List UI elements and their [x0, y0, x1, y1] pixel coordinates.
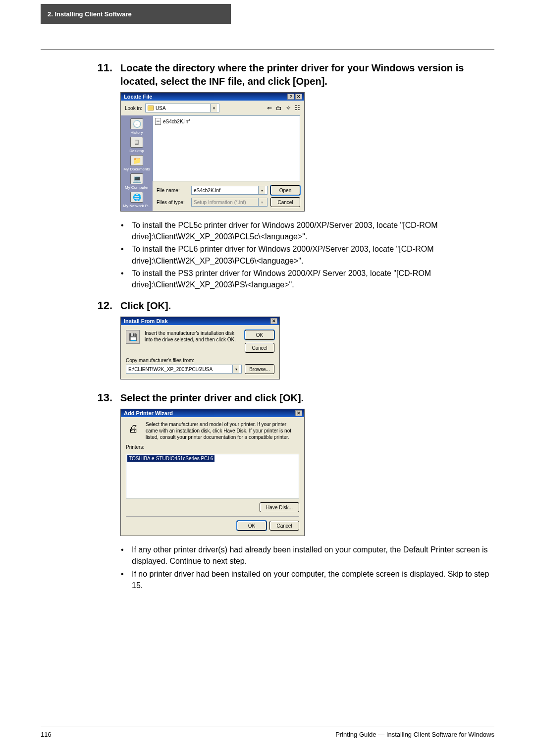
step-11: 11. Locate the directory where the print… [41, 61, 494, 216]
have-disk-button[interactable]: Have Disk... [260, 502, 299, 512]
back-icon[interactable]: ⇐ [267, 105, 272, 111]
bottom-rule [41, 726, 494, 726]
file-item[interactable]: eS4cb2K.inf [155, 118, 298, 125]
ok-button[interactable]: OK [237, 521, 267, 531]
chevron-down-icon[interactable]: ▾ [258, 198, 265, 206]
place-history-label: History [131, 130, 143, 135]
footer-text: Printing Guide — Installing Client Softw… [335, 731, 494, 738]
folder-icon [148, 106, 154, 110]
filename-label: File name: [157, 188, 188, 193]
desktop-icon: 🖥 [130, 137, 143, 148]
network-icon: 🌐 [130, 192, 143, 203]
place-history[interactable]: 🕘History [121, 118, 153, 135]
cancel-button[interactable]: Cancel [269, 521, 299, 531]
place-mynet-label: My Network P... [123, 204, 150, 208]
filename-value: eS4cb2K.inf [194, 188, 220, 193]
cancel-button[interactable]: Cancel [270, 197, 300, 207]
bullet-dot: • [121, 568, 124, 591]
places-bar: 🕘History 🖥Desktop 📁My Documents 💻My Comp… [121, 115, 153, 211]
copyfrom-label: Copy manufacturer's files from: [126, 358, 274, 363]
place-mydocs[interactable]: 📁My Documents [121, 155, 153, 171]
wizard-text: Select the manufacturer and model of you… [146, 421, 299, 440]
place-mycomp-label: My Computer [125, 185, 149, 190]
printer-selected-item[interactable]: TOSHIBA e-STUDIO451cSeries PCL6 [127, 455, 214, 462]
open-button[interactable]: Open [270, 185, 300, 195]
bullet-dot: • [121, 268, 124, 290]
step-12-title: Click [OK]. [120, 299, 494, 313]
chevron-down-icon[interactable]: ▾ [258, 186, 265, 194]
close-icon[interactable]: ✕ [295, 410, 302, 416]
filetype-input[interactable]: Setup Information (*.inf) ▾ [191, 198, 268, 207]
printer-icon: 🖨 [126, 421, 141, 436]
place-mydocs-label: My Documents [123, 167, 150, 171]
filetype-value: Setup Information (*.inf) [194, 200, 246, 205]
close-icon[interactable]: ✕ [295, 94, 302, 100]
place-mynet[interactable]: 🌐My Network P... [121, 192, 153, 208]
bullet-text: If no printer driver had been installed … [132, 568, 494, 591]
step-12: 12. Click [OK]. Install From Disk ✕ 💾 In… [41, 299, 494, 384]
printers-label: Printers: [126, 444, 299, 450]
bullet-text: To install the PS3 printer driver for Wi… [132, 268, 494, 290]
place-desktop-label: Desktop [129, 149, 144, 153]
place-desktop[interactable]: 🖥Desktop [121, 137, 153, 153]
disk-icon: 💾 [126, 330, 140, 344]
file-item-name: eS4cb2K.inf [163, 119, 190, 124]
footer: 116 Printing Guide — Installing Client S… [41, 731, 494, 738]
bullet-dot: • [121, 219, 124, 242]
page-number: 116 [41, 731, 52, 738]
locate-title-text: Locate File [124, 94, 152, 100]
step-11-bullets: •To install the PCL5c printer driver for… [121, 219, 494, 290]
mycomp-icon: 💻 [130, 173, 143, 184]
install-title-text: Install From Disk [124, 318, 168, 324]
filename-input[interactable]: eS4cb2K.inf ▾ [191, 186, 268, 195]
step-13: 13. Select the printer driver and click … [41, 391, 494, 541]
bullet-dot: • [121, 544, 124, 567]
help-icon[interactable]: ? [287, 94, 294, 100]
step-11-title: Locate the directory where the printer d… [120, 61, 494, 88]
printers-list[interactable]: TOSHIBA e-STUDIO451cSeries PCL6 [126, 454, 299, 498]
history-icon: 🕘 [130, 118, 143, 129]
bullet-text: To install the PCL6 printer driver for W… [132, 243, 494, 266]
bullet-dot: • [121, 243, 124, 266]
step-13-title: Select the printer driver and click [OK]… [120, 391, 494, 405]
wizard-title-text: Add Printer Wizard [124, 410, 173, 416]
top-rule [41, 50, 494, 50]
file-list[interactable]: eS4cb2K.inf [153, 115, 300, 181]
mydocs-icon: 📁 [130, 155, 143, 166]
locate-file-dialog: Locate File ? ✕ Look in: USA ▾ [120, 92, 305, 212]
copyfrom-value: E:\CLIENT\W2K_XP_2003\PCL6\USA [128, 367, 213, 372]
new-folder-icon[interactable]: ✧ [286, 105, 291, 111]
up-folder-icon[interactable]: 🗀 [276, 105, 282, 111]
chevron-down-icon[interactable]: ▾ [210, 104, 217, 112]
browse-button[interactable]: Browse... [245, 364, 274, 374]
ok-button[interactable]: OK [245, 330, 274, 340]
add-printer-wizard-dialog: Add Printer Wizard ✕ 🖨 Select the manufa… [120, 409, 305, 536]
place-mycomp[interactable]: 💻My Computer [121, 173, 153, 190]
lookin-dropdown[interactable]: USA ▾ [145, 104, 219, 112]
bullet-text: If any other printer driver(s) had alrea… [132, 544, 494, 567]
lookin-label: Look in: [125, 106, 142, 111]
install-from-disk-dialog: Install From Disk ✕ 💾 Insert the manufac… [120, 317, 280, 379]
chevron-down-icon[interactable]: ▾ [232, 365, 239, 373]
step-13-number: 13. [41, 391, 112, 541]
page-content: 11. Locate the directory where the print… [41, 61, 494, 600]
views-icon[interactable]: ☷ [295, 105, 300, 111]
step-11-number: 11. [41, 61, 112, 216]
inf-file-icon [155, 118, 161, 125]
install-titlebar: Install From Disk ✕ [121, 317, 279, 325]
locate-titlebar: Locate File ? ✕ [121, 93, 304, 101]
step-13-bullets: •If any other printer driver(s) had alre… [121, 544, 494, 591]
wizard-titlebar: Add Printer Wizard ✕ [121, 409, 304, 417]
step-12-number: 12. [41, 299, 112, 384]
install-text: Insert the manufacturer's installation d… [145, 330, 240, 343]
cancel-button[interactable]: Cancel [245, 343, 274, 353]
bullet-text: To install the PCL5c printer driver for … [132, 219, 494, 242]
copyfrom-input[interactable]: E:\CLIENT\W2K_XP_2003\PCL6\USA ▾ [126, 365, 242, 374]
filetype-label: Files of type: [157, 200, 188, 205]
lookin-value: USA [156, 106, 166, 111]
header-tab: 2. Installing Client Software [41, 4, 231, 24]
close-icon[interactable]: ✕ [270, 318, 277, 324]
